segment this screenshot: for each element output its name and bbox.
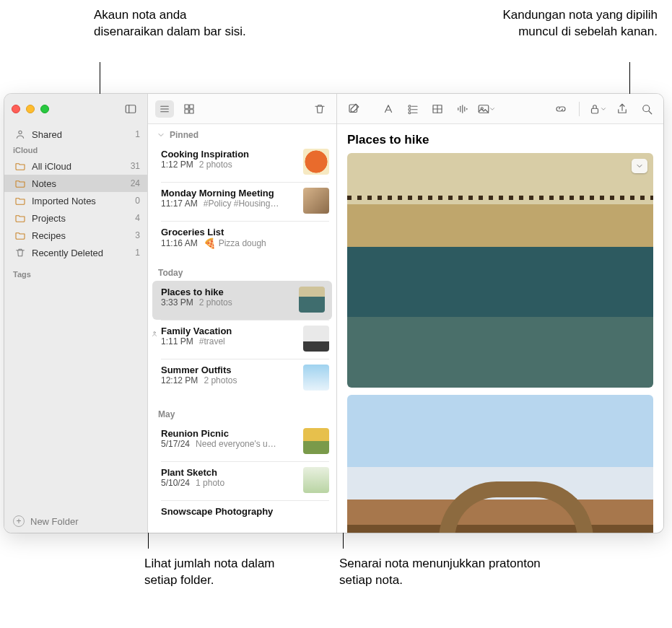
note-title: Snowscape Photography xyxy=(161,506,329,517)
sidebar: Shared 1 iCloud All iCloud 31 Notes 24 I… xyxy=(4,94,148,533)
audio-button[interactable] xyxy=(453,100,471,118)
search-button[interactable] xyxy=(637,100,656,118)
svg-rect-8 xyxy=(185,109,188,113)
sidebar-item-label: All iCloud xyxy=(32,161,131,172)
note-subtitle: 11:16 AM🍕Pizza dough xyxy=(161,237,329,249)
folder-icon xyxy=(14,160,26,172)
may-section-header: May xyxy=(148,398,336,422)
svg-rect-11 xyxy=(349,105,357,113)
window-traffic-lights[interactable] xyxy=(12,105,49,113)
folder-icon xyxy=(14,178,26,189)
note-subtitle: 5/17/24Need everyone's u… xyxy=(161,439,297,449)
text-format-icon xyxy=(382,103,395,115)
attachment-menu-button[interactable] xyxy=(632,159,647,173)
folder-icon xyxy=(14,195,26,206)
note-editor-column: Places to hike xyxy=(337,94,663,533)
sidebar-titlebar xyxy=(4,94,147,124)
sidebar-item-label: Recently Deleted xyxy=(32,248,135,258)
delete-note-button[interactable] xyxy=(310,100,329,118)
format-button[interactable] xyxy=(379,100,398,118)
sidebar-item-all-icloud[interactable]: All iCloud 31 xyxy=(4,157,147,175)
note-row-meeting[interactable]: Monday Morning Meeting 11:17 AM#Policy #… xyxy=(148,182,336,221)
note-title: Groceries List xyxy=(161,227,329,237)
note-subtitle: 5/10/241 photo xyxy=(161,478,297,488)
minimize-window-button[interactable] xyxy=(26,105,35,113)
note-thumbnail xyxy=(299,287,325,313)
note-body[interactable]: Places to hike xyxy=(337,124,663,533)
note-title: Plant Sketch xyxy=(161,467,297,478)
sidebar-item-count: 1 xyxy=(135,248,140,258)
sidebar-item-label: Shared xyxy=(32,129,135,140)
note-thumbnail xyxy=(303,467,329,493)
search-icon xyxy=(640,103,653,115)
shared-icon xyxy=(14,128,26,140)
note-title: Family Vacation xyxy=(161,326,297,336)
svg-point-14 xyxy=(409,108,411,110)
notes-window: Shared 1 iCloud All iCloud 31 Notes 24 I… xyxy=(4,94,663,533)
note-title: Places to hike xyxy=(161,287,293,297)
svg-point-16 xyxy=(409,111,411,113)
note-attachment-photo-1[interactable] xyxy=(347,153,653,388)
audio-wave-icon xyxy=(455,103,468,115)
note-thumbnail xyxy=(303,326,329,352)
list-icon xyxy=(158,103,171,115)
note-thumbnail xyxy=(303,365,329,391)
zoom-window-button[interactable] xyxy=(40,105,49,113)
note-row-family-vacation[interactable]: Family Vacation 1:11 PM#travel xyxy=(148,320,336,359)
toggle-sidebar-button[interactable] xyxy=(121,100,140,118)
note-thumbnail xyxy=(303,188,329,214)
link-icon xyxy=(554,103,567,115)
lock-button[interactable] xyxy=(588,100,607,118)
sidebar-tags-heading: Tags xyxy=(4,267,147,282)
note-row-cooking[interactable]: Cooking Inspiration 1:12 PM2 photos xyxy=(148,143,336,182)
note-heading[interactable]: Places to hike xyxy=(347,133,653,147)
sidebar-item-imported[interactable]: Imported Notes 0 xyxy=(4,192,147,209)
note-attachment-photo-2[interactable] xyxy=(347,395,653,533)
note-title: Monday Morning Meeting xyxy=(161,188,297,199)
sidebar-icon xyxy=(124,103,137,115)
gallery-view-button[interactable] xyxy=(180,100,198,118)
svg-point-2 xyxy=(19,131,22,134)
svg-rect-0 xyxy=(126,105,136,113)
checklist-button[interactable] xyxy=(403,100,422,118)
chevron-down-icon xyxy=(635,162,644,170)
note-row-groceries[interactable]: Groceries List 11:16 AM🍕Pizza dough xyxy=(148,221,336,256)
sidebar-item-recipes[interactable]: Recipes 3 xyxy=(4,227,147,244)
sidebar-item-shared[interactable]: Shared 1 xyxy=(4,126,147,143)
note-title: Cooking Inspiration xyxy=(161,149,297,160)
svg-rect-6 xyxy=(185,105,188,108)
table-button[interactable] xyxy=(428,100,447,118)
link-note-button[interactable] xyxy=(551,100,570,118)
sidebar-item-label: Notes xyxy=(32,178,131,189)
note-title: Reunion Picnic xyxy=(161,428,297,439)
sidebar-item-projects[interactable]: Projects 4 xyxy=(4,209,147,227)
sidebar-item-count: 24 xyxy=(131,178,140,188)
callout-bottom-left: Lihat jumlah nota dalam setiap folder. xyxy=(144,556,289,589)
sidebar-item-trash[interactable]: Recently Deleted 1 xyxy=(4,244,147,261)
note-row-plant-sketch[interactable]: Plant Sketch 5/10/241 photo xyxy=(148,461,336,500)
editor-toolbar xyxy=(337,94,663,124)
note-row-summer-outfits[interactable]: Summer Outfits 12:12 PM2 photos xyxy=(148,359,336,398)
pinned-section-header[interactable]: Pinned xyxy=(148,124,336,143)
sidebar-item-notes[interactable]: Notes 24 xyxy=(4,175,147,192)
folder-icon xyxy=(14,230,26,241)
list-view-button[interactable] xyxy=(155,100,174,118)
media-button[interactable] xyxy=(477,100,496,118)
close-window-button[interactable] xyxy=(12,105,20,113)
svg-point-29 xyxy=(643,105,650,111)
note-row-reunion-picnic[interactable]: Reunion Picnic 5/17/24Need everyone's u… xyxy=(148,422,336,461)
pizza-icon: 🍕 xyxy=(204,237,216,249)
callout-top-left: Akaun nota anda disenaraikan dalam bar s… xyxy=(94,7,253,40)
svg-point-12 xyxy=(409,105,411,107)
share-button[interactable] xyxy=(613,100,632,118)
note-subtitle: 1:12 PM2 photos xyxy=(161,160,297,170)
callout-top-right: Kandungan nota yang dipilih muncul di se… xyxy=(463,7,658,40)
note-row-snowscape[interactable]: Snowscape Photography xyxy=(148,500,336,517)
sidebar-account-heading: iCloud xyxy=(4,143,147,157)
svg-rect-9 xyxy=(190,109,193,113)
new-folder-button[interactable]: + New Folder xyxy=(4,510,147,533)
new-note-button[interactable] xyxy=(344,100,363,118)
note-row-places-to-hike[interactable]: Places to hike 3:33 PM2 photos xyxy=(152,281,332,320)
share-icon xyxy=(616,103,629,115)
note-subtitle: 12:12 PM2 photos xyxy=(161,375,297,385)
